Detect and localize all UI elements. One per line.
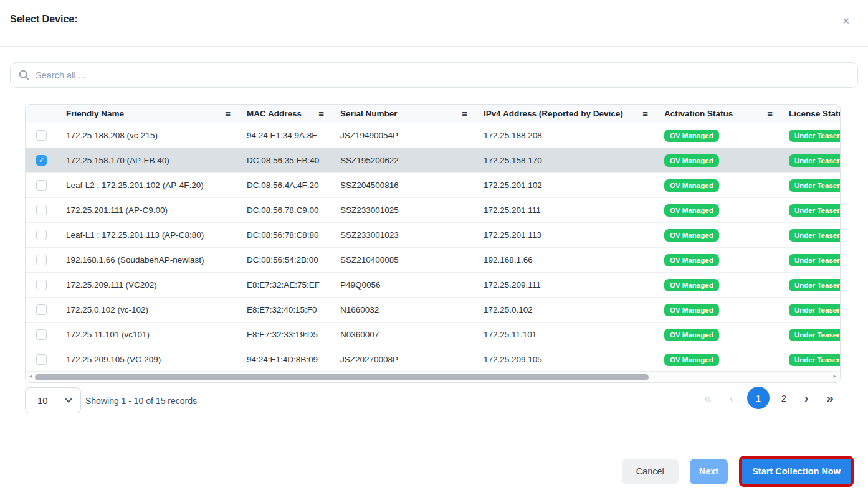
license-status-badge: Under Teaser bbox=[789, 179, 841, 192]
license-status-badge: Under Teaser bbox=[789, 329, 841, 341]
select-device-modal: Select Device: ✕ Friendly Name ≡ MAC Add… bbox=[0, 0, 868, 490]
scroll-left-icon[interactable]: ◂ bbox=[29, 373, 32, 379]
next-button[interactable]: Next bbox=[690, 459, 728, 484]
row-checkbox[interactable] bbox=[36, 130, 47, 141]
scroll-right-icon[interactable]: ▸ bbox=[833, 373, 836, 379]
license-status-badge: Under Teaser bbox=[789, 354, 841, 366]
row-checkbox[interactable]: ✓ bbox=[36, 155, 47, 166]
cell-serial-number: SSZ233001025 bbox=[340, 205, 484, 215]
column-mac-address[interactable]: MAC Address ≡ bbox=[247, 105, 340, 123]
footer-actions: Cancel Next Start Collection Now bbox=[622, 456, 854, 487]
license-status-badge: Under Teaser bbox=[789, 279, 841, 291]
cell-friendly-name: Leaf-L1 : 172.25.201.113 (AP-C8:80) bbox=[60, 230, 247, 240]
column-serial-number[interactable]: Serial Number ≡ bbox=[340, 105, 484, 123]
start-collection-now-button[interactable]: Start Collection Now bbox=[742, 459, 851, 484]
page-button-1[interactable]: 1 bbox=[747, 387, 770, 409]
column-label: License Status bbox=[789, 109, 841, 118]
activation-status-badge: OV Managed bbox=[664, 329, 719, 341]
row-checkbox[interactable] bbox=[36, 354, 47, 365]
column-menu-icon[interactable]: ≡ bbox=[642, 109, 648, 118]
search-bar[interactable] bbox=[10, 62, 858, 88]
scrollbar-thumb[interactable] bbox=[35, 374, 649, 380]
row-checkbox[interactable] bbox=[36, 304, 47, 315]
table-body: 172.25.188.208 (vc-215) 94:24:E1:34:9A:8… bbox=[26, 123, 841, 372]
column-label: MAC Address bbox=[247, 109, 302, 118]
search-input[interactable] bbox=[36, 70, 849, 80]
cell-serial-number: N1660032 bbox=[340, 305, 484, 314]
column-menu-icon[interactable]: ≡ bbox=[318, 109, 324, 118]
table-row[interactable]: 172.25.209.111 (VC202) E8:E7:32:AE:75:EF… bbox=[26, 273, 841, 298]
column-menu-icon[interactable]: ≡ bbox=[462, 109, 467, 118]
page-size-select[interactable]: 10 bbox=[25, 387, 81, 413]
cell-friendly-name: 172.25.209.111 (VC202) bbox=[60, 280, 247, 290]
activation-status-badge: OV Managed bbox=[664, 204, 719, 217]
cell-ipv4-address: 172.25.209.111 bbox=[484, 280, 664, 290]
cell-serial-number: JSZ20270008P bbox=[340, 355, 484, 364]
page-title: Select Device: bbox=[10, 14, 78, 25]
table-row[interactable]: 192.168.1.66 (SoudabehAP-newlast) DC:08:… bbox=[26, 248, 841, 273]
cell-mac-address: E8:E7:32:40:15:F0 bbox=[247, 305, 340, 314]
license-status-badge: Under Teaser bbox=[789, 229, 841, 242]
page-button-2[interactable]: 2 bbox=[777, 393, 791, 403]
last-page-button[interactable]: » bbox=[822, 392, 838, 404]
table-row[interactable]: 172.25.188.208 (vc-215) 94:24:E1:34:9A:8… bbox=[26, 123, 841, 148]
close-icon[interactable]: ✕ bbox=[842, 16, 850, 27]
column-label: Activation Status bbox=[664, 109, 733, 118]
cell-friendly-name: Leaf-L2 : 172.25.201.102 (AP-4F:20) bbox=[60, 181, 247, 190]
cell-friendly-name: 172.25.201.111 (AP-C9:00) bbox=[60, 205, 247, 215]
table-row[interactable]: 172.25.209.105 (VC-209) 94:24:E1:4D:8B:0… bbox=[26, 347, 841, 372]
cell-serial-number: SSZ210400085 bbox=[340, 255, 484, 265]
row-checkbox[interactable] bbox=[36, 180, 47, 191]
cell-friendly-name: 172.25.158.170 (AP-EB:40) bbox=[60, 156, 247, 165]
column-friendly-name[interactable]: Friendly Name ≡ bbox=[60, 105, 247, 123]
activation-status-badge: OV Managed bbox=[664, 254, 719, 266]
cell-ipv4-address: 172.25.188.208 bbox=[484, 131, 664, 140]
cell-serial-number: SSZ195200622 bbox=[340, 156, 484, 165]
cell-friendly-name: 192.168.1.66 (SoudabehAP-newlast) bbox=[60, 255, 247, 265]
cell-mac-address: DC:08:56:4A:4F:20 bbox=[247, 181, 340, 190]
cancel-button[interactable]: Cancel bbox=[622, 459, 679, 484]
column-license-status[interactable]: License Status bbox=[789, 105, 841, 123]
cell-serial-number: P49Q0056 bbox=[340, 280, 484, 290]
cell-serial-number: SSZ233001023 bbox=[340, 230, 484, 240]
table-row[interactable]: Leaf-L1 : 172.25.201.113 (AP-C8:80) DC:0… bbox=[26, 223, 841, 248]
table-row[interactable]: 172.25.201.111 (AP-C9:00) DC:08:56:78:C9… bbox=[26, 198, 841, 223]
records-summary: Showing 1 - 10 of 15 records bbox=[85, 396, 197, 406]
first-page-button[interactable]: « bbox=[700, 392, 716, 404]
cell-ipv4-address: 172.25.11.101 bbox=[484, 330, 664, 339]
license-status-badge: Under Teaser bbox=[789, 254, 841, 266]
next-page-button[interactable]: › bbox=[798, 392, 814, 404]
row-checkbox[interactable] bbox=[36, 230, 47, 240]
cell-ipv4-address: 172.25.201.113 bbox=[484, 230, 664, 240]
row-checkbox[interactable] bbox=[36, 280, 47, 290]
table-header-row: Friendly Name ≡ MAC Address ≡ Serial Num… bbox=[26, 105, 841, 123]
row-checkbox[interactable] bbox=[36, 329, 47, 340]
row-checkbox[interactable] bbox=[36, 205, 47, 215]
cell-mac-address: DC:08:56:78:C8:80 bbox=[247, 230, 340, 240]
cell-mac-address: E8:E7:32:AE:75:EF bbox=[247, 280, 340, 290]
column-ipv4-address[interactable]: IPv4 Address (Reported by Device) ≡ bbox=[484, 105, 664, 123]
column-menu-icon[interactable]: ≡ bbox=[225, 109, 231, 118]
table-row[interactable]: Leaf-L2 : 172.25.201.102 (AP-4F:20) DC:0… bbox=[26, 173, 841, 198]
cell-mac-address: 94:24:E1:4D:8B:09 bbox=[247, 355, 340, 364]
chevron-down-icon bbox=[65, 395, 72, 402]
cell-serial-number: SSZ204500816 bbox=[340, 181, 484, 190]
row-checkbox[interactable] bbox=[36, 255, 47, 265]
column-label: Serial Number bbox=[340, 109, 398, 118]
license-status-badge: Under Teaser bbox=[789, 204, 841, 217]
column-activation-status[interactable]: Activation Status ≡ bbox=[664, 105, 789, 123]
horizontal-scrollbar[interactable]: ◂ ▸ bbox=[26, 371, 840, 382]
cell-friendly-name: 172.25.209.105 (VC-209) bbox=[60, 355, 247, 364]
search-icon bbox=[19, 70, 29, 80]
cell-serial-number: N0360007 bbox=[340, 330, 484, 339]
table-row[interactable]: 172.25.11.101 (vc101) E8:E7:32:33:19:D5 … bbox=[26, 323, 841, 347]
cell-friendly-name: 172.25.188.208 (vc-215) bbox=[60, 131, 247, 140]
header-divider bbox=[0, 46, 868, 47]
page-size-value: 10 bbox=[37, 395, 48, 406]
column-menu-icon[interactable]: ≡ bbox=[767, 109, 773, 118]
prev-page-button[interactable]: ‹ bbox=[723, 392, 740, 404]
column-label: Friendly Name bbox=[66, 109, 124, 118]
table-row[interactable]: 172.25.0.102 (vc-102) E8:E7:32:40:15:F0 … bbox=[26, 298, 841, 323]
select-all-column bbox=[26, 105, 60, 123]
table-row[interactable]: ✓ 172.25.158.170 (AP-EB:40) DC:08:56:35:… bbox=[26, 148, 841, 173]
